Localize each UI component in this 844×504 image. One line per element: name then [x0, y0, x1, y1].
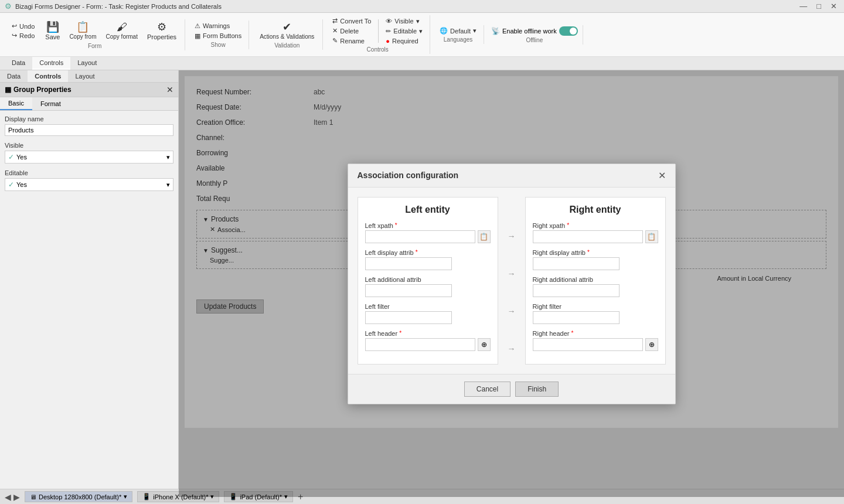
properties-panel: ▦ Group Properties ✕ Basic Format Displa… [0, 83, 178, 497]
right-entity-title: Right entity [533, 205, 658, 215]
right-display-attrib-input[interactable] [533, 257, 620, 270]
nav-arrows: ◀ ▶ [5, 492, 20, 502]
redo-icon: ↪ [12, 32, 17, 39]
editable-select[interactable]: ✓ Yes ▾ [5, 178, 173, 191]
delete-button[interactable]: ✕ Delete [330, 26, 373, 35]
visible-select[interactable]: ✓ Yes ▾ [5, 151, 173, 164]
copy-from-button[interactable]: 📋 Copy from [66, 21, 100, 41]
left-header-add-button[interactable]: ⊕ [478, 338, 491, 351]
editable-check-icon: ✓ [8, 181, 14, 189]
left-xpath-label: Left xpath * [365, 222, 491, 229]
left-additional-attrib-label: Left additional attrib [365, 276, 491, 283]
editable-button[interactable]: ✏ Editable ▾ [383, 27, 425, 36]
ribbon: ↩ Undo ↪ Redo 💾 Save 📋 Copy from [0, 13, 844, 70]
sep1 [378, 19, 379, 43]
display-name-input[interactable] [5, 124, 173, 136]
modal-close-button[interactable]: ✕ [658, 170, 666, 181]
actions-icon: ✔ [283, 22, 291, 32]
right-xpath-browse-button[interactable]: 📋 [645, 230, 658, 243]
display-name-label: Display name [5, 115, 173, 122]
ribbon-lang-items: 🌐 Default ▾ [437, 26, 479, 35]
left-display-required: * [416, 249, 418, 256]
toggle-knob [570, 28, 577, 35]
properties-button[interactable]: ⚙ Properties [144, 21, 180, 42]
ribbon-validation-items: ✔ Actions & Validations [256, 21, 318, 41]
properties-icon: ⚙ [157, 22, 166, 32]
right-xpath-input[interactable] [533, 230, 643, 243]
panel-tab-data[interactable]: Data [0, 70, 28, 82]
left-header-input[interactable] [365, 338, 475, 351]
nav-left-button[interactable]: ◀ [5, 492, 11, 502]
right-header-input-row: ⊕ [533, 338, 658, 351]
nav-right-button[interactable]: ▶ [13, 492, 20, 502]
required-button[interactable]: ● Required [383, 37, 425, 45]
left-display-attrib-input[interactable] [365, 257, 452, 270]
left-filter-input[interactable] [365, 311, 452, 324]
ribbon-form-items: ↩ Undo ↪ Redo 💾 Save 📋 Copy from [9, 21, 180, 42]
modal-overlay: Association configuration ✕ Left entity … [179, 70, 844, 497]
modal-header: Association configuration ✕ [348, 164, 675, 188]
left-xpath-browse-button[interactable]: 📋 [478, 230, 491, 243]
copy-from-icon: 📋 [76, 22, 89, 32]
app-icon: ⚙ [5, 2, 12, 11]
warnings-button[interactable]: ⚠ Warnings [192, 22, 244, 30]
connector-xpath: → [508, 231, 516, 241]
form-buttons-button[interactable]: ▦ Form Buttons [192, 32, 244, 40]
maximize-button[interactable]: □ [814, 2, 823, 11]
left-display-attrib-field: Left display attrib * [365, 249, 491, 270]
dropdown-arrow2: ▾ [419, 28, 423, 35]
display-name-field: Display name [5, 115, 173, 136]
device-tab-desktop[interactable]: 🖥 Desktop 1280x800 (Default)* ▾ [25, 491, 132, 502]
right-header-field: Right header * ⊕ [533, 330, 658, 351]
convert-to-button[interactable]: ⇄ Convert To [330, 16, 373, 25]
window-controls: — □ ✕ [797, 2, 839, 11]
close-window-button[interactable]: ✕ [828, 2, 839, 11]
redo-button[interactable]: ↪ Redo [9, 31, 37, 40]
editable-dropdown-arrow: ▾ [166, 181, 170, 189]
desktop-dropdown[interactable]: ▾ [124, 493, 127, 500]
prop-tab-basic[interactable]: Basic [0, 97, 32, 110]
visible-button[interactable]: 👁 Visible ▾ [383, 17, 425, 26]
properties-close-button[interactable]: ✕ [166, 85, 173, 94]
modal-body: Left entity Left xpath * 📋 [348, 188, 675, 374]
cancel-button[interactable]: Cancel [464, 382, 511, 397]
left-additional-attrib-input[interactable] [365, 284, 452, 297]
save-button[interactable]: 💾 Save [42, 21, 63, 42]
right-display-attrib-field: Right display attrib * [533, 249, 658, 270]
minimize-button[interactable]: — [797, 2, 809, 11]
panel-tab-layout[interactable]: Layout [68, 70, 101, 82]
ribbon-show-items: ⚠ Warnings ▦ Form Buttons [192, 22, 244, 40]
actions-validations-button[interactable]: ✔ Actions & Validations [256, 21, 318, 41]
copy-format-icon: 🖌 [117, 22, 127, 32]
right-filter-field: Right filter [533, 303, 658, 324]
desktop-label: Desktop 1280x800 (Default)* [39, 493, 121, 500]
tab-data[interactable]: Data [5, 57, 32, 70]
left-xpath-input[interactable] [365, 230, 475, 243]
iphone-icon: 📱 [142, 493, 151, 500]
rename-button[interactable]: ✎ Rename [330, 36, 373, 45]
controls-items: ⇄ Convert To ✕ Delete ✎ Rename [330, 16, 373, 45]
offline-icon: 📡 [491, 27, 500, 35]
panel-tab-controls[interactable]: Controls [28, 70, 68, 82]
undo-button[interactable]: ↩ Undo [9, 22, 37, 30]
prop-tab-format[interactable]: Format [32, 97, 69, 110]
tab-controls[interactable]: Controls [32, 57, 70, 70]
tab-layout[interactable]: Layout [70, 57, 104, 70]
right-filter-input[interactable] [533, 311, 620, 324]
rename-icon: ✎ [332, 37, 338, 45]
association-config-modal: Association configuration ✕ Left entity … [348, 164, 676, 404]
finish-button[interactable]: Finish [515, 382, 559, 397]
copy-format-button[interactable]: 🖌 Copy format [103, 21, 141, 41]
undo-icon: ↩ [12, 22, 17, 30]
title-text: Bizagi Forms Designer - Form: - Task: Re… [15, 3, 222, 10]
default-lang-button[interactable]: 🌐 Default ▾ [437, 26, 479, 35]
offline-group-label: Offline [526, 37, 543, 43]
main-layout: Data Controls Layout ▦ Group Properties … [0, 70, 844, 497]
save-icon: 💾 [46, 22, 59, 32]
right-header-input[interactable] [533, 338, 643, 351]
left-xpath-field: Left xpath * 📋 [365, 222, 491, 243]
delete-icon: ✕ [332, 27, 338, 35]
offline-toggle[interactable] [559, 26, 578, 36]
right-header-add-button[interactable]: ⊕ [645, 338, 658, 351]
right-additional-attrib-input[interactable] [533, 284, 620, 297]
